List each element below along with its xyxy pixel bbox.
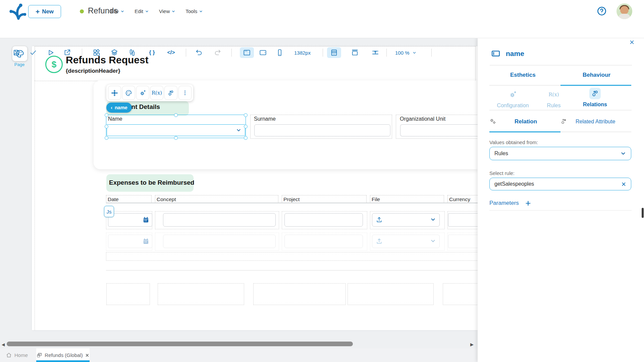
org-unit-input[interactable] xyxy=(400,124,478,136)
footer-cell[interactable] xyxy=(158,283,244,305)
app-screen: + New Refunds File Edit View Tools xyxy=(0,0,644,362)
js-script-badge[interactable]: Js xyxy=(104,206,114,217)
form-subtitle-placeholder[interactable]: {descriptionHeader} xyxy=(66,68,120,74)
move-widget-button[interactable] xyxy=(108,86,121,100)
menu-file[interactable]: File xyxy=(111,8,124,14)
more-options-button[interactable]: ⋮ xyxy=(178,86,192,100)
preview-button[interactable] xyxy=(47,49,54,56)
braces-button[interactable]: { } xyxy=(147,49,157,56)
project-input[interactable] xyxy=(284,213,363,227)
subtab-relations[interactable]: Relations xyxy=(575,88,615,108)
clear-rule-icon[interactable] xyxy=(621,182,626,187)
date-input-ghost xyxy=(108,235,152,248)
user-avatar[interactable] xyxy=(616,3,632,19)
calendar-icon[interactable] xyxy=(143,217,149,223)
file-upload-field[interactable] xyxy=(372,213,440,227)
scroll-left-arrow[interactable]: ◀ xyxy=(2,342,5,347)
undo-button[interactable] xyxy=(195,49,203,56)
close-tab-button[interactable] xyxy=(85,353,89,357)
phone-view-button[interactable] xyxy=(276,49,283,56)
active-relation-underline xyxy=(489,131,560,132)
validate-button[interactable] xyxy=(30,49,37,56)
home-tab[interactable]: Home xyxy=(0,348,34,362)
layout-rows-button[interactable] xyxy=(330,49,338,56)
chevron-down-icon[interactable] xyxy=(430,217,436,223)
close-panel-button[interactable] xyxy=(629,40,636,46)
footer-cell[interactable] xyxy=(253,283,346,305)
vertical-scrollbar-thumb[interactable] xyxy=(642,208,644,218)
name-combobox[interactable] xyxy=(107,124,245,136)
footer-cell[interactable] xyxy=(443,283,478,305)
toolbar-separator xyxy=(186,49,186,57)
style-widget-button[interactable] xyxy=(122,86,135,100)
related-attribute-tab[interactable]: Related Attribute xyxy=(576,119,615,125)
selected-widget-badge[interactable]: ‹ name xyxy=(106,103,132,113)
values-from-dropdown[interactable]: Rules xyxy=(489,147,631,160)
column-header-project[interactable]: Project xyxy=(282,195,367,203)
widgets-button[interactable] xyxy=(93,49,100,56)
source-code-button[interactable]: </> xyxy=(166,49,176,56)
relations-widget-button[interactable] xyxy=(164,86,177,100)
panel-divider xyxy=(489,110,632,110)
horizontal-scrollbar-thumb[interactable] xyxy=(7,342,353,346)
upload-icon[interactable] xyxy=(376,216,383,223)
selection-handle[interactable] xyxy=(244,125,248,128)
tablet-view-button[interactable] xyxy=(259,49,267,56)
rules-widget-button[interactable]: R(x) xyxy=(150,86,163,100)
subtab-rules[interactable]: R(x) Rules xyxy=(535,89,572,109)
surname-input[interactable] xyxy=(254,124,390,136)
app-logo-icon[interactable] xyxy=(9,2,27,20)
empty-row-strip[interactable] xyxy=(106,252,478,261)
selection-handle[interactable] xyxy=(105,113,108,117)
form-title[interactable]: Refunds Request xyxy=(66,54,149,66)
tab-behaviour[interactable]: Behaviour xyxy=(583,72,610,78)
column-header-file[interactable]: File xyxy=(370,195,444,203)
add-parameter-button[interactable] xyxy=(525,200,531,206)
selection-handle[interactable] xyxy=(105,125,108,128)
redo-button[interactable] xyxy=(214,49,221,56)
expenses-section-title[interactable]: Expenses to be Reimbursed xyxy=(109,179,194,186)
canvas-width-value: 1382px xyxy=(294,50,311,56)
connectors-button[interactable] xyxy=(128,49,136,56)
compress-rows-button[interactable] xyxy=(372,49,379,56)
new-button[interactable]: + New xyxy=(28,5,61,18)
layers-button[interactable] xyxy=(111,49,118,56)
footer-cell[interactable] xyxy=(106,283,150,305)
select-rule-label: Select rule: xyxy=(489,170,515,176)
tab-esthetics[interactable]: Esthetics xyxy=(510,72,536,78)
select-rule-input[interactable]: getSalespeoples xyxy=(489,178,631,190)
help-button[interactable] xyxy=(597,6,607,16)
selection-handle[interactable] xyxy=(174,113,178,117)
menu-view[interactable]: View xyxy=(159,8,175,14)
concept-input[interactable] xyxy=(163,213,276,227)
layout-header-button[interactable] xyxy=(351,49,359,56)
desktop-view-button[interactable] xyxy=(243,49,251,56)
column-header-date[interactable]: Date xyxy=(106,195,152,203)
selection-handle[interactable] xyxy=(105,136,108,140)
export-button[interactable] xyxy=(63,49,71,56)
selection-handle[interactable] xyxy=(244,113,248,117)
refunds-global-tab[interactable]: Refunds (Global) xyxy=(36,348,90,362)
subtab-configuration[interactable]: Configuration xyxy=(491,89,535,109)
currency-input[interactable] xyxy=(448,213,478,227)
page-style-label: Page xyxy=(12,62,27,67)
save-button[interactable] xyxy=(13,49,20,56)
zoom-control[interactable]: 100 % xyxy=(395,50,417,56)
configure-widget-button[interactable] xyxy=(136,86,149,100)
scroll-right-arrow[interactable]: ▶ xyxy=(470,342,474,347)
menu-edit[interactable]: Edit xyxy=(135,8,149,14)
column-header-concept[interactable]: Concept xyxy=(155,195,278,203)
column-header-currency[interactable]: Currency xyxy=(447,195,478,203)
chevron-down-icon xyxy=(171,9,175,13)
selection-handle[interactable] xyxy=(174,136,178,140)
footer-cell[interactable] xyxy=(347,283,434,305)
chevron-down-icon xyxy=(120,9,124,13)
date-input[interactable] xyxy=(108,213,152,227)
selection-handle[interactable] xyxy=(244,136,248,140)
home-tab-label: Home xyxy=(14,352,28,358)
panel-header: name xyxy=(490,49,524,58)
relation-tab[interactable]: Relation xyxy=(515,118,537,125)
relations-icon xyxy=(589,88,601,99)
chevron-down-icon[interactable] xyxy=(236,127,241,133)
menu-tools[interactable]: Tools xyxy=(185,8,203,14)
